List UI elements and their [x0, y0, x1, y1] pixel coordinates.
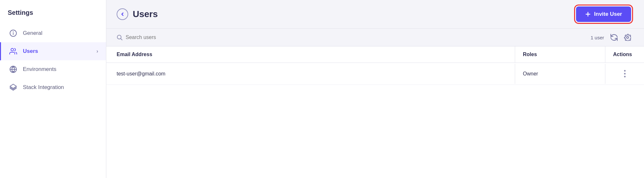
search-row-right: 1 user — [591, 34, 631, 41]
header-left: Users — [117, 8, 158, 20]
th-actions: Actions — [605, 46, 644, 63]
table-header: Email Address Roles Actions — [106, 46, 644, 63]
info-icon — [9, 29, 18, 38]
sidebar-title: Settings — [0, 9, 106, 24]
chevron-right-icon: › — [96, 48, 98, 54]
stack-icon — [9, 83, 18, 92]
users-table: Email Address Roles Actions test-user@gm… — [106, 46, 644, 178]
users-icon — [9, 47, 18, 56]
sidebar-item-users[interactable]: Users › — [0, 42, 106, 60]
invite-user-button[interactable]: Invite User — [576, 6, 631, 22]
search-row: 1 user — [106, 29, 644, 46]
sidebar-item-label-general: General — [23, 30, 42, 36]
td-actions — [605, 63, 644, 84]
row-actions-menu[interactable] — [624, 70, 626, 77]
sidebar-item-label-users: Users — [23, 48, 38, 54]
search-input[interactable] — [126, 35, 209, 40]
invite-user-label: Invite User — [594, 11, 622, 17]
sidebar-item-stack-integration[interactable]: Stack Integration — [0, 78, 106, 96]
dot-3 — [624, 76, 626, 77]
dot-1 — [624, 70, 626, 72]
main-content: Users Invite User 1 user — [106, 0, 644, 178]
sidebar-item-label-stack-integration: Stack Integration — [23, 84, 64, 91]
td-email: test-user@gmail.com — [106, 64, 515, 84]
search-box — [117, 35, 209, 40]
back-button[interactable] — [117, 8, 128, 20]
sidebar: Settings General Users › — [0, 0, 106, 178]
main-header: Users Invite User — [106, 0, 644, 29]
th-roles: Roles — [515, 46, 605, 63]
svg-point-3 — [11, 48, 14, 51]
sidebar-item-general[interactable]: General — [0, 24, 106, 42]
settings-button[interactable] — [624, 34, 631, 41]
svg-line-9 — [121, 39, 122, 40]
refresh-button[interactable] — [610, 34, 618, 41]
page-title: Users — [133, 9, 158, 19]
td-role: Owner — [515, 64, 605, 84]
table-row: test-user@gmail.com Owner — [106, 63, 644, 85]
globe-icon — [9, 65, 18, 74]
svg-point-10 — [627, 36, 629, 38]
search-icon — [117, 35, 122, 40]
svg-point-8 — [117, 35, 121, 39]
sidebar-item-label-environments: Environments — [23, 66, 56, 73]
th-email: Email Address — [106, 46, 515, 63]
dot-2 — [624, 73, 626, 74]
sidebar-item-environments[interactable]: Environments — [0, 60, 106, 78]
user-count: 1 user — [591, 35, 604, 40]
